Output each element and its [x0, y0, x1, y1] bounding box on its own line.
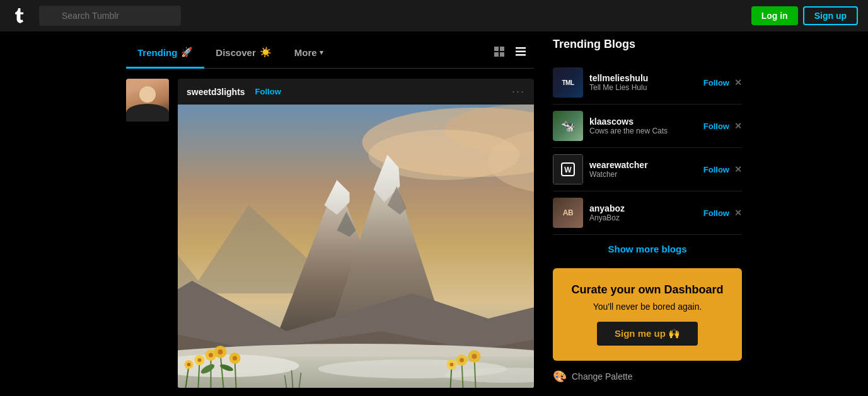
svg-point-36	[209, 353, 213, 358]
discover-label: Discover	[216, 47, 255, 58]
change-palette-label: Change Palette	[572, 371, 633, 382]
svg-rect-4	[516, 47, 526, 49]
svg-rect-3	[500, 52, 504, 57]
svg-rect-2	[494, 52, 499, 57]
tab-discover[interactable]: Discover ☀️	[204, 38, 282, 69]
post-card: sweetd3lights Follow ···	[178, 79, 534, 388]
blog-follow-button[interactable]: Follow	[703, 208, 729, 218]
blog-info: wearewatcher Watcher	[589, 160, 697, 179]
blog-actions: Follow ✕	[703, 164, 742, 174]
topnav: 🔍 Log in Sign up	[0, 0, 868, 31]
blog-desc: AnyaBoz	[589, 213, 697, 222]
blog-dismiss-button[interactable]: ✕	[734, 121, 742, 131]
svg-text:W: W	[564, 166, 572, 174]
svg-rect-1	[500, 47, 504, 51]
search-wrap: 🔍	[39, 6, 316, 26]
svg-point-51	[450, 363, 454, 366]
show-more-blogs-button[interactable]: Show more blogs	[553, 235, 742, 263]
cta-title: Curate your own Dashboard	[565, 283, 729, 297]
palette-icon: 🎨	[553, 370, 567, 383]
discover-emoji: ☀️	[260, 47, 272, 58]
svg-rect-0	[494, 47, 499, 51]
chevron-down-icon: ▾	[320, 48, 323, 57]
post-image	[178, 105, 534, 388]
post-username[interactable]: sweetd3lights	[187, 87, 245, 97]
svg-point-38	[198, 358, 202, 362]
post-more-options-button[interactable]: ···	[512, 85, 525, 98]
cta-signup-button[interactable]: Sign me up 🙌	[597, 322, 698, 346]
blog-item: 🐄 klaascows Cows are the new Cats Follow…	[553, 105, 742, 148]
svg-point-39	[233, 356, 237, 361]
search-input[interactable]	[39, 6, 181, 26]
post-follow-button[interactable]: Follow	[255, 87, 281, 96]
trending-blogs-list: TML tellmelieshulu Tell Me Lies Hulu Fol…	[553, 61, 742, 235]
blog-avatar[interactable]: W	[553, 154, 583, 184]
grid-view-icon[interactable]	[491, 43, 507, 63]
right-sidebar: Trending Blogs TML tellmelieshulu Tell M…	[553, 31, 742, 392]
blog-follow-button[interactable]: Follow	[703, 165, 729, 174]
cta-subtitle: You'll never be bored again.	[565, 302, 729, 312]
blog-avatar[interactable]: AB	[553, 198, 583, 228]
blog-name: tellmelieshulu	[589, 73, 697, 83]
blog-name: anyaboz	[589, 203, 697, 213]
blog-desc: Watcher	[589, 170, 697, 179]
trending-label: Trending	[137, 47, 177, 58]
svg-point-37	[218, 349, 223, 354]
blog-info: anyaboz AnyaBoz	[589, 203, 697, 222]
blog-info: tellmelieshulu Tell Me Lies Hulu	[589, 73, 697, 92]
svg-point-40	[187, 363, 191, 366]
tab-trending[interactable]: Trending 🚀	[126, 38, 204, 69]
svg-point-49	[460, 358, 464, 363]
center-col: Trending 🚀 Discover ☀️ More ▾	[126, 31, 534, 392]
main-layout: Trending 🚀 Discover ☀️ More ▾	[0, 31, 868, 392]
blog-item: TML tellmelieshulu Tell Me Lies Hulu Fol…	[553, 61, 742, 105]
trending-emoji: 🚀	[181, 47, 193, 58]
list-view-icon[interactable]	[512, 43, 529, 63]
signup-button[interactable]: Sign up	[803, 6, 858, 25]
nav-right: Log in Sign up	[751, 6, 858, 25]
blog-name: wearewatcher	[589, 160, 697, 170]
blog-avatar[interactable]: TML	[553, 67, 583, 98]
blog-actions: Follow ✕	[703, 208, 742, 218]
blog-actions: Follow ✕	[703, 121, 742, 131]
view-icons	[491, 43, 534, 63]
blog-info: klaascows Cows are the new Cats	[589, 116, 697, 135]
post-header: sweetd3lights Follow ···	[178, 79, 534, 105]
login-button[interactable]: Log in	[751, 6, 798, 25]
more-label: More	[294, 47, 317, 58]
blog-dismiss-button[interactable]: ✕	[734, 164, 742, 174]
blog-actions: Follow ✕	[703, 77, 742, 88]
blog-avatar[interactable]: 🐄	[553, 111, 583, 141]
blog-desc: Tell Me Lies Hulu	[589, 83, 697, 92]
cta-box: Curate your own Dashboard You'll never b…	[553, 268, 742, 361]
blog-dismiss-button[interactable]: ✕	[734, 77, 742, 88]
svg-rect-6	[516, 54, 526, 56]
blog-follow-button[interactable]: Follow	[703, 78, 729, 88]
tumblr-logo[interactable]	[10, 6, 29, 25]
trending-blogs-title: Trending Blogs	[553, 38, 742, 51]
tab-more[interactable]: More ▾	[283, 38, 335, 69]
tabs-bar: Trending 🚀 Discover ☀️ More ▾	[126, 38, 534, 69]
blog-name: klaascows	[589, 116, 697, 127]
blog-dismiss-button[interactable]: ✕	[734, 208, 742, 218]
svg-rect-5	[516, 50, 526, 52]
blog-follow-button[interactable]: Follow	[703, 122, 729, 131]
svg-point-50	[472, 354, 477, 359]
blog-desc: Cows are the new Cats	[589, 127, 697, 135]
post-author-avatar-large[interactable]	[126, 79, 169, 122]
change-palette-button[interactable]: 🎨 Change Palette	[553, 361, 742, 392]
blog-item: AB anyaboz AnyaBoz Follow ✕	[553, 191, 742, 235]
post-card-wrap: sweetd3lights Follow ···	[126, 79, 534, 388]
blog-item: W wearewatcher Watcher Follow ✕	[553, 148, 742, 191]
